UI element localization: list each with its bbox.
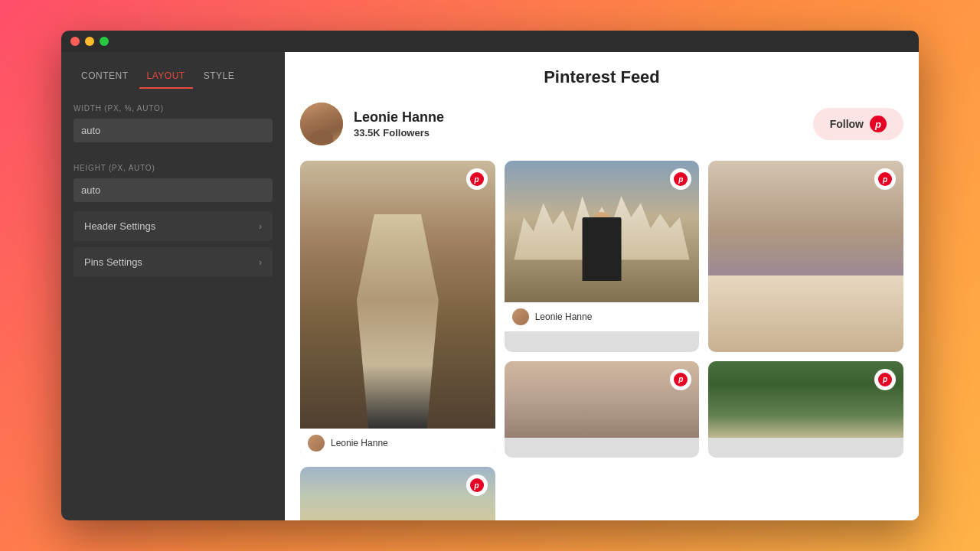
tab-content[interactable]: CONTENT <box>74 64 136 89</box>
feed-container: Pinterest Feed Leonie Hanne 33.5K Follow… <box>285 52 919 520</box>
pin-pinterest-badge-building: p <box>466 474 488 496</box>
height-section: HEIGHT (PX, AUTO) <box>61 148 285 208</box>
width-label: WIDTH (PX, %, AUTO) <box>74 104 273 112</box>
pin-footer-cathedral: Leonie Hanne <box>505 302 700 331</box>
avatar-image <box>300 103 343 145</box>
pin-card-cathedral[interactable]: p Leonie Hanne <box>505 161 700 352</box>
pinterest-p-icon-6: p <box>470 478 484 492</box>
pinterest-p-icon-2: p <box>674 172 688 186</box>
header-settings-accordion[interactable]: Header Settings › <box>74 211 273 241</box>
pin-author-fashion: Leonie Hanne <box>331 438 388 448</box>
window-body: CONTENT LAYOUT STYLE WIDTH (PX, %, AUTO)… <box>61 52 919 520</box>
title-bar <box>61 31 919 52</box>
pin-image-fashion <box>300 161 495 429</box>
fashion-figure <box>339 214 456 429</box>
pin-card-building[interactable]: p <box>300 467 495 520</box>
pinterest-logo-icon: p <box>870 116 887 132</box>
pinterest-p-icon: p <box>470 172 484 186</box>
sidebar: CONTENT LAYOUT STYLE WIDTH (PX, %, AUTO)… <box>61 52 285 520</box>
pin-card-fashion[interactable]: p Leonie Hanne <box>300 161 495 458</box>
width-section: WIDTH (PX, %, AUTO) <box>61 89 285 148</box>
feed-title: Pinterest Feed <box>300 67 903 87</box>
height-label: HEIGHT (PX, AUTO) <box>74 164 273 172</box>
pin-pinterest-badge-street: p <box>670 369 691 390</box>
followers-count: 33.5K <box>354 127 381 139</box>
pin-footer-fashion: Leonie Hanne <box>300 429 495 458</box>
close-dot[interactable] <box>70 37 80 46</box>
pinterest-p-icon-5: p <box>878 373 892 386</box>
pin-author-cathedral: Leonie Hanne <box>535 311 593 322</box>
main-content: Pinterest Feed Leonie Hanne 33.5K Follow… <box>285 52 919 520</box>
pins-settings-chevron-icon: › <box>259 257 262 268</box>
follow-button[interactable]: Follow p <box>813 108 903 140</box>
pin-card-street[interactable]: p <box>505 361 700 458</box>
followers-label: Followers <box>383 127 430 139</box>
person-figure <box>583 217 622 281</box>
pin-image-building <box>300 467 495 520</box>
app-window: CONTENT LAYOUT STYLE WIDTH (PX, %, AUTO)… <box>61 31 919 520</box>
minimize-dot[interactable] <box>85 37 94 46</box>
pin-pinterest-badge-palm: p <box>874 369 896 390</box>
tab-layout[interactable]: LAYOUT <box>139 64 193 89</box>
profile-info: Leonie Hanne 33.5K Followers <box>354 109 802 139</box>
profile-avatar <box>300 103 343 145</box>
pin-author-avatar-cathedral <box>512 308 529 325</box>
cafe-table <box>708 276 903 352</box>
pin-author-avatar-fashion <box>308 435 325 452</box>
pinterest-p-icon-3: p <box>878 172 892 186</box>
sidebar-tabs: CONTENT LAYOUT STYLE <box>61 52 285 89</box>
maximize-dot[interactable] <box>100 37 109 46</box>
pin-card-palm[interactable]: p <box>708 361 903 458</box>
height-input[interactable] <box>74 178 273 202</box>
pin-grid: p Leonie Hanne <box>300 161 903 520</box>
pin-pinterest-badge-cafe: p <box>874 168 896 190</box>
pins-settings-accordion[interactable]: Pins Settings › <box>74 247 273 277</box>
pin-image-street <box>505 361 700 438</box>
pinterest-p-icon-4: p <box>674 373 688 386</box>
tab-style[interactable]: STYLE <box>196 64 243 89</box>
header-settings-label: Header Settings <box>84 220 155 232</box>
pin-card-cafe[interactable]: p Leonie Hanne <box>708 161 903 352</box>
profile-header: Leonie Hanne 33.5K Followers Follow p <box>300 103 903 145</box>
profile-followers: 33.5K Followers <box>354 127 802 139</box>
header-settings-chevron-icon: › <box>259 221 262 232</box>
follow-label: Follow <box>830 118 864 130</box>
profile-name: Leonie Hanne <box>354 109 802 126</box>
pins-settings-label: Pins Settings <box>84 256 142 268</box>
width-input[interactable] <box>74 119 273 142</box>
pin-pinterest-badge-fashion: p <box>466 168 488 190</box>
pin-image-palm <box>708 361 903 438</box>
